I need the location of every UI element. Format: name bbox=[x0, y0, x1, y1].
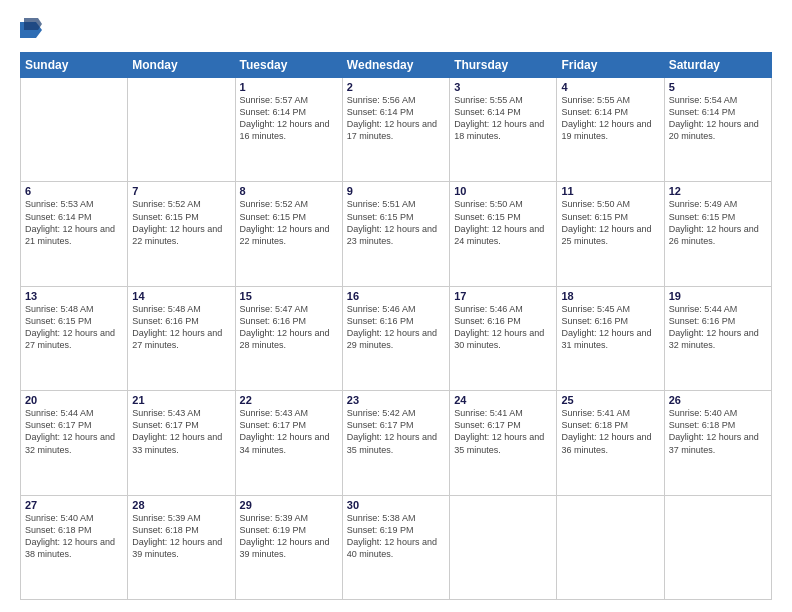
day-number: 29 bbox=[240, 499, 338, 511]
calendar-cell: 5Sunrise: 5:54 AM Sunset: 6:14 PM Daylig… bbox=[664, 78, 771, 182]
day-number: 4 bbox=[561, 81, 659, 93]
day-info: Sunrise: 5:40 AM Sunset: 6:18 PM Dayligh… bbox=[25, 512, 123, 561]
calendar-cell: 11Sunrise: 5:50 AM Sunset: 6:15 PM Dayli… bbox=[557, 182, 664, 286]
day-info: Sunrise: 5:51 AM Sunset: 6:15 PM Dayligh… bbox=[347, 198, 445, 247]
day-info: Sunrise: 5:43 AM Sunset: 6:17 PM Dayligh… bbox=[240, 407, 338, 456]
day-number: 22 bbox=[240, 394, 338, 406]
day-number: 20 bbox=[25, 394, 123, 406]
day-number: 18 bbox=[561, 290, 659, 302]
calendar-header-tuesday: Tuesday bbox=[235, 53, 342, 78]
calendar-cell: 13Sunrise: 5:48 AM Sunset: 6:15 PM Dayli… bbox=[21, 286, 128, 390]
page: SundayMondayTuesdayWednesdayThursdayFrid… bbox=[0, 0, 792, 612]
calendar-cell: 26Sunrise: 5:40 AM Sunset: 6:18 PM Dayli… bbox=[664, 391, 771, 495]
calendar-cell: 12Sunrise: 5:49 AM Sunset: 6:15 PM Dayli… bbox=[664, 182, 771, 286]
day-number: 16 bbox=[347, 290, 445, 302]
calendar-cell: 23Sunrise: 5:42 AM Sunset: 6:17 PM Dayli… bbox=[342, 391, 449, 495]
calendar-cell bbox=[664, 495, 771, 599]
calendar-cell: 9Sunrise: 5:51 AM Sunset: 6:15 PM Daylig… bbox=[342, 182, 449, 286]
calendar-cell: 22Sunrise: 5:43 AM Sunset: 6:17 PM Dayli… bbox=[235, 391, 342, 495]
calendar-week-2: 6Sunrise: 5:53 AM Sunset: 6:14 PM Daylig… bbox=[21, 182, 772, 286]
day-info: Sunrise: 5:50 AM Sunset: 6:15 PM Dayligh… bbox=[454, 198, 552, 247]
day-info: Sunrise: 5:44 AM Sunset: 6:17 PM Dayligh… bbox=[25, 407, 123, 456]
day-info: Sunrise: 5:42 AM Sunset: 6:17 PM Dayligh… bbox=[347, 407, 445, 456]
calendar-week-3: 13Sunrise: 5:48 AM Sunset: 6:15 PM Dayli… bbox=[21, 286, 772, 390]
calendar-cell: 29Sunrise: 5:39 AM Sunset: 6:19 PM Dayli… bbox=[235, 495, 342, 599]
calendar-cell: 30Sunrise: 5:38 AM Sunset: 6:19 PM Dayli… bbox=[342, 495, 449, 599]
day-info: Sunrise: 5:45 AM Sunset: 6:16 PM Dayligh… bbox=[561, 303, 659, 352]
calendar-cell: 7Sunrise: 5:52 AM Sunset: 6:15 PM Daylig… bbox=[128, 182, 235, 286]
day-info: Sunrise: 5:39 AM Sunset: 6:19 PM Dayligh… bbox=[240, 512, 338, 561]
calendar-cell: 2Sunrise: 5:56 AM Sunset: 6:14 PM Daylig… bbox=[342, 78, 449, 182]
day-info: Sunrise: 5:48 AM Sunset: 6:16 PM Dayligh… bbox=[132, 303, 230, 352]
day-info: Sunrise: 5:52 AM Sunset: 6:15 PM Dayligh… bbox=[132, 198, 230, 247]
day-number: 28 bbox=[132, 499, 230, 511]
calendar-header-sunday: Sunday bbox=[21, 53, 128, 78]
day-info: Sunrise: 5:44 AM Sunset: 6:16 PM Dayligh… bbox=[669, 303, 767, 352]
day-number: 17 bbox=[454, 290, 552, 302]
calendar-table: SundayMondayTuesdayWednesdayThursdayFrid… bbox=[20, 52, 772, 600]
day-info: Sunrise: 5:55 AM Sunset: 6:14 PM Dayligh… bbox=[561, 94, 659, 143]
calendar-cell: 8Sunrise: 5:52 AM Sunset: 6:15 PM Daylig… bbox=[235, 182, 342, 286]
day-info: Sunrise: 5:43 AM Sunset: 6:17 PM Dayligh… bbox=[132, 407, 230, 456]
day-number: 21 bbox=[132, 394, 230, 406]
day-info: Sunrise: 5:57 AM Sunset: 6:14 PM Dayligh… bbox=[240, 94, 338, 143]
day-info: Sunrise: 5:55 AM Sunset: 6:14 PM Dayligh… bbox=[454, 94, 552, 143]
calendar-week-4: 20Sunrise: 5:44 AM Sunset: 6:17 PM Dayli… bbox=[21, 391, 772, 495]
day-info: Sunrise: 5:40 AM Sunset: 6:18 PM Dayligh… bbox=[669, 407, 767, 456]
day-info: Sunrise: 5:56 AM Sunset: 6:14 PM Dayligh… bbox=[347, 94, 445, 143]
day-info: Sunrise: 5:41 AM Sunset: 6:18 PM Dayligh… bbox=[561, 407, 659, 456]
day-number: 2 bbox=[347, 81, 445, 93]
calendar-cell: 18Sunrise: 5:45 AM Sunset: 6:16 PM Dayli… bbox=[557, 286, 664, 390]
calendar-cell: 24Sunrise: 5:41 AM Sunset: 6:17 PM Dayli… bbox=[450, 391, 557, 495]
calendar-cell: 21Sunrise: 5:43 AM Sunset: 6:17 PM Dayli… bbox=[128, 391, 235, 495]
day-info: Sunrise: 5:53 AM Sunset: 6:14 PM Dayligh… bbox=[25, 198, 123, 247]
day-info: Sunrise: 5:52 AM Sunset: 6:15 PM Dayligh… bbox=[240, 198, 338, 247]
day-number: 3 bbox=[454, 81, 552, 93]
calendar-cell: 3Sunrise: 5:55 AM Sunset: 6:14 PM Daylig… bbox=[450, 78, 557, 182]
calendar-cell: 25Sunrise: 5:41 AM Sunset: 6:18 PM Dayli… bbox=[557, 391, 664, 495]
calendar-header-row: SundayMondayTuesdayWednesdayThursdayFrid… bbox=[21, 53, 772, 78]
calendar-cell: 4Sunrise: 5:55 AM Sunset: 6:14 PM Daylig… bbox=[557, 78, 664, 182]
calendar-cell bbox=[21, 78, 128, 182]
calendar-header-wednesday: Wednesday bbox=[342, 53, 449, 78]
day-number: 23 bbox=[347, 394, 445, 406]
logo bbox=[20, 18, 46, 46]
day-info: Sunrise: 5:54 AM Sunset: 6:14 PM Dayligh… bbox=[669, 94, 767, 143]
day-number: 26 bbox=[669, 394, 767, 406]
day-number: 6 bbox=[25, 185, 123, 197]
day-number: 19 bbox=[669, 290, 767, 302]
day-info: Sunrise: 5:46 AM Sunset: 6:16 PM Dayligh… bbox=[347, 303, 445, 352]
day-number: 5 bbox=[669, 81, 767, 93]
day-number: 8 bbox=[240, 185, 338, 197]
day-number: 7 bbox=[132, 185, 230, 197]
day-number: 13 bbox=[25, 290, 123, 302]
calendar-week-1: 1Sunrise: 5:57 AM Sunset: 6:14 PM Daylig… bbox=[21, 78, 772, 182]
calendar-header-friday: Friday bbox=[557, 53, 664, 78]
day-info: Sunrise: 5:41 AM Sunset: 6:17 PM Dayligh… bbox=[454, 407, 552, 456]
calendar-cell: 6Sunrise: 5:53 AM Sunset: 6:14 PM Daylig… bbox=[21, 182, 128, 286]
header bbox=[20, 18, 772, 46]
day-info: Sunrise: 5:49 AM Sunset: 6:15 PM Dayligh… bbox=[669, 198, 767, 247]
calendar-cell: 20Sunrise: 5:44 AM Sunset: 6:17 PM Dayli… bbox=[21, 391, 128, 495]
calendar-cell: 17Sunrise: 5:46 AM Sunset: 6:16 PM Dayli… bbox=[450, 286, 557, 390]
calendar-cell: 16Sunrise: 5:46 AM Sunset: 6:16 PM Dayli… bbox=[342, 286, 449, 390]
day-number: 10 bbox=[454, 185, 552, 197]
logo-icon bbox=[20, 18, 42, 46]
day-number: 25 bbox=[561, 394, 659, 406]
day-number: 27 bbox=[25, 499, 123, 511]
day-number: 12 bbox=[669, 185, 767, 197]
calendar-cell: 1Sunrise: 5:57 AM Sunset: 6:14 PM Daylig… bbox=[235, 78, 342, 182]
calendar-cell: 14Sunrise: 5:48 AM Sunset: 6:16 PM Dayli… bbox=[128, 286, 235, 390]
calendar-week-5: 27Sunrise: 5:40 AM Sunset: 6:18 PM Dayli… bbox=[21, 495, 772, 599]
day-number: 24 bbox=[454, 394, 552, 406]
calendar-cell: 19Sunrise: 5:44 AM Sunset: 6:16 PM Dayli… bbox=[664, 286, 771, 390]
calendar-cell: 10Sunrise: 5:50 AM Sunset: 6:15 PM Dayli… bbox=[450, 182, 557, 286]
day-info: Sunrise: 5:39 AM Sunset: 6:18 PM Dayligh… bbox=[132, 512, 230, 561]
day-number: 1 bbox=[240, 81, 338, 93]
day-number: 15 bbox=[240, 290, 338, 302]
calendar-cell bbox=[128, 78, 235, 182]
calendar-header-thursday: Thursday bbox=[450, 53, 557, 78]
calendar-cell bbox=[450, 495, 557, 599]
calendar-cell: 27Sunrise: 5:40 AM Sunset: 6:18 PM Dayli… bbox=[21, 495, 128, 599]
day-info: Sunrise: 5:50 AM Sunset: 6:15 PM Dayligh… bbox=[561, 198, 659, 247]
